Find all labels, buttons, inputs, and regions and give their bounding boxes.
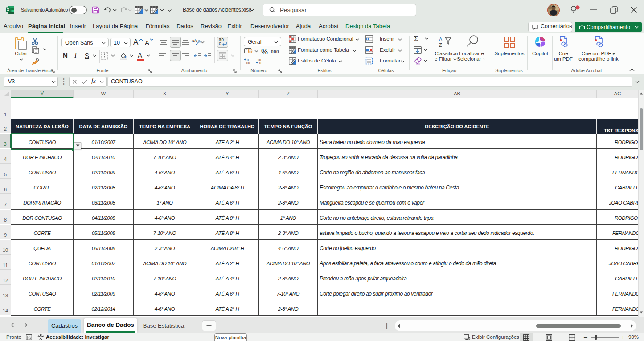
svg-text:Z: Z bbox=[439, 42, 442, 48]
svg-text:.00: .00 bbox=[257, 58, 261, 62]
svg-text:.0: .0 bbox=[258, 62, 261, 65]
svg-text:X: X bbox=[7, 8, 9, 12]
svg-text:A: A bbox=[595, 38, 597, 41]
svg-text:A: A bbox=[560, 38, 562, 41]
svg-text:0: 0 bbox=[247, 58, 249, 62]
svg-text:.00: .00 bbox=[246, 62, 250, 65]
svg-text:A: A bbox=[439, 37, 443, 42]
